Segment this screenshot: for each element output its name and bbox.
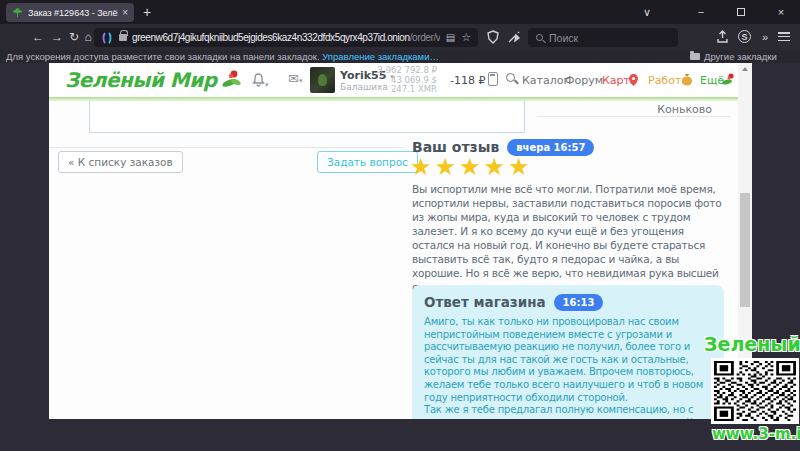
scroll-up-arrow[interactable] xyxy=(742,67,748,71)
more-flower-icon[interactable] xyxy=(721,71,737,87)
menu-icon[interactable] xyxy=(778,32,790,42)
caret-down-icon: ▾ xyxy=(299,77,303,85)
page-viewport: Зелёный Мир ▾ ✉▾ Yorik55 ▾ Балашиха 3 96… xyxy=(49,63,738,419)
close-window-button[interactable]: × xyxy=(770,0,792,24)
map-icon[interactable] xyxy=(628,74,639,86)
messages-button[interactable]: ✉▾ xyxy=(288,71,302,86)
tab-title: Заказ #129643 - Зелёный Мир xyxy=(28,8,118,18)
reply-title: Ответ магазина xyxy=(424,294,546,310)
search-icon xyxy=(536,34,543,41)
balance-xmr: 247.1 XMR xyxy=(349,85,437,95)
extension-share-icon[interactable] xyxy=(716,30,729,43)
watermark-url: www.3-m.io xyxy=(712,425,800,443)
money-bag-icon[interactable] xyxy=(681,73,693,86)
bookmarks-bar: Для ускорения доступа разместите свои за… xyxy=(0,50,800,63)
product-photo[interactable] xyxy=(138,101,228,109)
logo-flower-icon xyxy=(219,67,243,91)
minimize-button[interactable]: − xyxy=(690,0,712,24)
order-district: Коньково xyxy=(657,103,712,116)
header-divider xyxy=(49,97,738,101)
mail-icon: ✉ xyxy=(288,71,299,86)
forward-icon[interactable]: → xyxy=(49,24,65,50)
new-identity-broom-icon[interactable] xyxy=(507,30,521,44)
folder-icon xyxy=(690,53,700,60)
other-bookmarks-button[interactable]: Другие закладки xyxy=(704,50,777,63)
ask-question-button[interactable]: Задать вопрос xyxy=(317,151,418,173)
noscript-icon[interactable]: S xyxy=(738,30,751,43)
watermark-title: Зеленый Мир xyxy=(704,333,800,355)
back-to-orders-button[interactable]: « К списку заказов xyxy=(58,151,183,173)
calculator-icon[interactable] xyxy=(488,72,498,86)
balance-block: 3 962 792.8 ₽ 43 069.9 $ 247.1 XMR xyxy=(349,66,437,95)
tab-close-icon[interactable]: × xyxy=(122,7,128,18)
search-placeholder: Поиск xyxy=(549,32,578,44)
tab-list-chevron-icon[interactable]: ∨ xyxy=(636,0,658,24)
notifications-button[interactable]: ▾ xyxy=(252,72,269,91)
restore-icon xyxy=(737,8,745,16)
reply-time-badge: 16:13 xyxy=(554,294,604,311)
new-tab-button[interactable]: + xyxy=(138,3,156,22)
browser-tab[interactable]: Заказ #129643 - Зелёный Мир × xyxy=(6,3,134,22)
manage-bookmarks-link[interactable]: Управление закладками… xyxy=(322,51,439,62)
back-icon[interactable]: ← xyxy=(30,24,46,50)
lock-icon[interactable] xyxy=(119,34,127,41)
browser-tab-bar: Заказ #129643 - Зелёный Мир × + ∨ − × xyxy=(0,0,800,24)
avatar[interactable] xyxy=(310,67,335,93)
reply-text-2: Так же я тебе предлагал полную компенсац… xyxy=(424,404,712,419)
bell-icon xyxy=(252,73,265,87)
qr-code xyxy=(711,358,799,424)
nav-catalog[interactable]: Каталог xyxy=(522,74,569,87)
bookmarks-hint: Для ускорения доступа разместите свои за… xyxy=(6,50,439,63)
search-field[interactable]: Поиск xyxy=(528,28,678,47)
security-shield-icon[interactable] xyxy=(487,30,499,44)
rating-stars: ★★★★★ xyxy=(410,153,533,181)
nav-forum[interactable]: Форум xyxy=(565,74,603,87)
tab-favicon-icon xyxy=(12,7,23,18)
divider xyxy=(537,116,731,117)
caret-down-icon: ▾ xyxy=(265,81,269,89)
screen: Заказ #129643 - Зелёный Мир × + ∨ − × ← … xyxy=(0,0,800,451)
reader-mode-icon[interactable]: ▤ xyxy=(446,32,455,43)
header-search-icon[interactable] xyxy=(506,73,515,82)
browser-toolbar: ← → ↻ ⌂ greenw6d7j4gikufqkniibud5ejgides… xyxy=(0,24,800,50)
divider xyxy=(49,147,403,148)
site-logo[interactable]: Зелёный Мир xyxy=(65,68,217,92)
scrollbar-thumb[interactable] xyxy=(740,193,750,307)
overflow-icon[interactable]: » xyxy=(757,24,773,50)
site-header: Зелёный Мир ▾ ✉▾ Yorik55 ▾ Балашиха 3 96… xyxy=(49,63,738,97)
reply-text-1: Амиго, ты как только ни провоцировал нас… xyxy=(424,316,712,404)
bookmark-star-icon[interactable]: ☆ xyxy=(461,31,471,44)
tor-circuit-icon[interactable] xyxy=(101,32,113,44)
restore-button[interactable] xyxy=(730,0,752,24)
karma-value: -118 ₽ xyxy=(450,74,485,87)
shop-reply-box: Ответ магазина16:13 Амиго, ты как только… xyxy=(412,285,724,419)
url-text[interactable]: greenw6d7j4gikufqkniibud5ejgides6kaz4n33… xyxy=(132,32,440,43)
url-bar[interactable]: greenw6d7j4gikufqkniibud5ejgides6kaz4n33… xyxy=(94,28,478,47)
